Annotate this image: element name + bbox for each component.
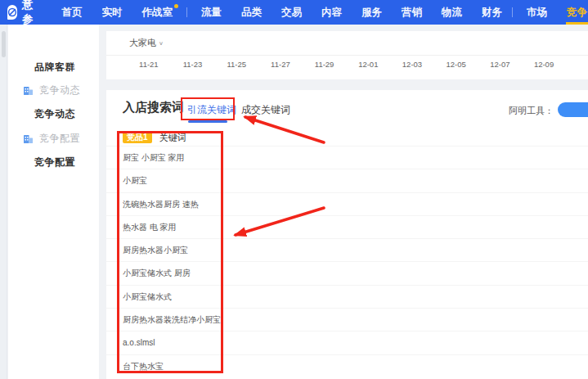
nav-item-warroom-label: 作战室: [142, 7, 173, 18]
nav-divider: [186, 7, 187, 17]
filter-card: 大家电 ∨ 11-21 11-23 11-25 11-27 11-29 12-0…: [106, 31, 588, 79]
nav-item-competition[interactable]: 竞争: [557, 0, 588, 25]
category-label: 大家电: [129, 37, 156, 49]
tab-deal-keywords[interactable]: 成交关键词: [241, 103, 290, 117]
sidebar-item-competition-config[interactable]: 竞争配置: [8, 156, 99, 169]
nav-menu: 首页 实时 作战室 流量 品类 交易 内容 服务 营销 物流 财务 市场 竞争: [52, 0, 588, 25]
sidebar-item-label: 竞争动态: [39, 83, 80, 97]
nav-item-realtime[interactable]: 实时: [92, 0, 132, 25]
table-row: 厨房热水器装洗结净小厨宝: [106, 308, 588, 331]
date-tick: 11-27: [258, 60, 303, 69]
tools-toggle[interactable]: [558, 102, 588, 117]
nav-item-trade[interactable]: 交易: [272, 0, 312, 25]
nav-item-market[interactable]: 市场: [517, 0, 557, 25]
date-axis: 11-21 11-23 11-25 11-27 11-29 12-01 12-0…: [106, 60, 588, 69]
table-row: 热水器 电 家用: [106, 215, 588, 238]
sidebar-item-label: 品牌客群: [34, 61, 75, 74]
tab-traffic-keywords[interactable]: 引流关键词: [187, 103, 236, 117]
building-icon: [23, 133, 34, 144]
column-header: 关键词: [159, 132, 186, 144]
date-tick: 12-09: [522, 60, 566, 69]
table-row: 洗碗热水器厨房 速热: [106, 192, 588, 215]
nav-item-home[interactable]: 首页: [52, 0, 92, 25]
date-tick: 12-01: [346, 60, 390, 69]
sycm-logo-icon: [7, 5, 17, 20]
sidebar-item-label: 竞争配置: [34, 156, 75, 169]
nav-item-marketing[interactable]: 营销: [392, 0, 432, 25]
date-tick: 12-07: [478, 60, 523, 69]
sidebar-item-label: 竞争动态: [34, 107, 75, 121]
nav-item-service[interactable]: 服务: [352, 0, 392, 25]
search-keywords-panel: 入店搜索词 引流关键词 成交关键词 阿明工具： 竞品1 关键词 厨宝 小厨宝 家…: [106, 90, 588, 379]
left-scroll-rail: [0, 25, 7, 379]
building-icon: [23, 85, 34, 96]
chevron-down-icon: ∨: [159, 40, 164, 46]
brand-name: 生意参谋: [22, 0, 39, 42]
competitor-badge: 竞品1: [123, 132, 152, 143]
brand[interactable]: 生意参谋: [7, 0, 39, 42]
date-tick: 11-21: [127, 60, 171, 69]
notification-dot: [174, 4, 178, 8]
date-tick: 12-03: [390, 60, 434, 69]
date-tick: 11-29: [303, 60, 347, 69]
nav-item-content[interactable]: 内容: [312, 0, 352, 25]
table-row: 小厨宝储水式 厨房: [106, 261, 588, 284]
top-navbar: 生意参谋 首页 实时 作战室 流量 品类 交易 内容 服务 营销 物流 财务 市…: [0, 0, 588, 25]
date-tick: 11-25: [214, 60, 258, 69]
nav-divider: [512, 7, 513, 17]
scrollbar-thumb[interactable]: [2, 31, 6, 57]
sidebar-item-competition-trends-sub[interactable]: 竞争动态: [8, 83, 99, 97]
date-tick: 11-23: [171, 60, 215, 69]
sidebar-item-competition-trends[interactable]: 竞争动态: [8, 107, 99, 120]
table-row: 小厨宝储水式: [106, 285, 588, 308]
nav-item-category[interactable]: 品类: [231, 0, 272, 25]
table-row: 厨宝 小厨宝 家用: [106, 146, 588, 169]
sidebar: 品牌客群 竞争动态 竞争动态 竞争配置 竞争配置: [8, 25, 99, 379]
table-header: 竞品1 关键词: [106, 129, 588, 146]
date-tick: 12-05: [434, 60, 478, 69]
table-row: 小厨宝: [106, 169, 588, 192]
tools-label: 阿明工具：: [509, 105, 554, 117]
sidebar-item-label: 竞争配置: [39, 132, 80, 146]
nav-item-finance[interactable]: 财务: [472, 0, 512, 25]
sidebar-item-brand-audience[interactable]: 品牌客群: [8, 61, 99, 74]
nav-item-traffic[interactable]: 流量: [191, 0, 231, 25]
table-row: a.o.slmsl: [106, 331, 588, 354]
table-row: 台下热水宝: [106, 354, 588, 377]
sidebar-item-competition-config-sub[interactable]: 竞争配置: [8, 132, 99, 145]
category-dropdown[interactable]: 大家电 ∨: [106, 31, 588, 56]
active-tab-underline: [188, 120, 227, 123]
table-row: 厨房热水器小厨宝: [106, 238, 588, 261]
nav-item-warroom[interactable]: 作战室: [132, 0, 183, 25]
panel-title: 入店搜索词: [123, 100, 184, 115]
keywords-table: 竞品1 关键词 厨宝 小厨宝 家用 小厨宝 洗碗热水器厨房 速热 热水器 电 家…: [106, 129, 588, 379]
nav-item-logistics[interactable]: 物流: [432, 0, 472, 25]
